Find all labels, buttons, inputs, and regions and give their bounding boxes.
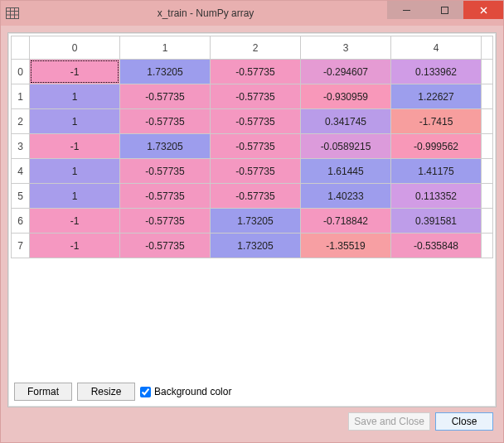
window-title: x_train - NumPy array xyxy=(24,7,387,19)
row-spacer xyxy=(482,60,493,84)
close-button[interactable] xyxy=(463,1,503,19)
array-cell[interactable]: 1 xyxy=(30,184,120,209)
resize-button[interactable]: Resize xyxy=(77,383,135,401)
array-grid-wrap: 01234 0-11.73205-0.57735-0.2946070.13396… xyxy=(11,36,493,378)
array-cell[interactable]: -1 xyxy=(30,209,120,234)
array-toolbar: Format Resize Background color xyxy=(11,378,493,404)
array-cell[interactable]: -0.57735 xyxy=(211,84,301,109)
row-spacer xyxy=(482,234,493,258)
col-header[interactable]: 3 xyxy=(301,36,391,60)
window-controls xyxy=(387,1,503,26)
array-cell[interactable]: -0.57735 xyxy=(211,60,301,84)
array-cell[interactable]: 1 xyxy=(30,159,120,184)
array-cell[interactable]: 1.73205 xyxy=(120,60,211,84)
titlebar[interactable]: x_train - NumPy array xyxy=(1,1,503,26)
row-spacer xyxy=(482,184,493,209)
array-cell[interactable]: -0.57735 xyxy=(211,109,301,134)
col-header[interactable]: 0 xyxy=(30,36,120,60)
array-table[interactable]: 01234 0-11.73205-0.57735-0.2946070.13396… xyxy=(11,36,493,258)
array-cell[interactable]: -1 xyxy=(30,134,120,159)
maximize-button[interactable] xyxy=(425,1,463,19)
array-cell[interactable]: -1.7415 xyxy=(391,109,482,134)
svg-rect-0 xyxy=(7,8,19,19)
background-color-label: Background color xyxy=(154,386,231,397)
array-cell[interactable]: 1.73205 xyxy=(211,209,301,234)
row-header[interactable]: 5 xyxy=(12,184,30,209)
table-row: 11-0.57735-0.57735-0.9309591.22627 xyxy=(12,84,493,109)
table-row: 7-1-0.577351.73205-1.35519-0.535848 xyxy=(12,234,493,258)
array-cell[interactable]: -0.57735 xyxy=(211,159,301,184)
array-cell[interactable]: -0.57735 xyxy=(120,184,211,209)
row-spacer xyxy=(482,209,493,234)
row-header[interactable]: 0 xyxy=(12,60,30,84)
array-cell[interactable]: 1.40233 xyxy=(301,184,391,209)
row-spacer xyxy=(482,159,493,184)
row-spacer xyxy=(482,84,493,109)
window-body: 01234 0-11.73205-0.57735-0.2946070.13396… xyxy=(1,26,503,442)
save-and-close-button[interactable]: Save and Close xyxy=(348,412,430,431)
minimize-button[interactable] xyxy=(387,1,425,19)
row-spacer xyxy=(482,109,493,134)
background-color-checkbox-input[interactable] xyxy=(140,387,151,397)
array-cell[interactable]: 1 xyxy=(30,84,120,109)
table-row: 3-11.73205-0.57735-0.0589215-0.999562 xyxy=(12,134,493,159)
table-row: 51-0.57735-0.577351.402330.113352 xyxy=(12,184,493,209)
col-header-spacer xyxy=(482,36,493,60)
dialog-footer: Save and Close Close xyxy=(7,407,497,436)
array-cell[interactable]: -1.35519 xyxy=(301,234,391,258)
array-cell[interactable]: -1 xyxy=(30,60,120,84)
row-header[interactable]: 1 xyxy=(12,84,30,109)
array-cell[interactable]: 1.73205 xyxy=(211,234,301,258)
background-color-checkbox[interactable]: Background color xyxy=(140,386,231,397)
col-header[interactable]: 2 xyxy=(211,36,301,60)
row-header[interactable]: 4 xyxy=(12,159,30,184)
array-cell[interactable]: -1 xyxy=(30,234,120,258)
array-cell[interactable]: -0.57735 xyxy=(120,84,211,109)
array-cell[interactable]: -0.535848 xyxy=(391,234,482,258)
array-cell[interactable]: -0.57735 xyxy=(211,184,301,209)
svg-rect-6 xyxy=(441,7,448,13)
array-cell[interactable]: -0.57735 xyxy=(120,234,211,258)
corner-header xyxy=(12,36,30,60)
array-cell[interactable]: -0.718842 xyxy=(301,209,391,234)
format-button[interactable]: Format xyxy=(14,383,72,401)
array-cell[interactable]: 0.113352 xyxy=(391,184,482,209)
array-cell[interactable]: -0.57735 xyxy=(120,209,211,234)
row-spacer xyxy=(482,134,493,159)
array-cell[interactable]: 1 xyxy=(30,109,120,134)
col-header[interactable]: 1 xyxy=(120,36,211,60)
array-cell[interactable]: 1.41175 xyxy=(391,159,482,184)
array-cell[interactable]: 1.73205 xyxy=(120,134,211,159)
array-cell[interactable]: 0.133962 xyxy=(391,60,482,84)
array-cell[interactable]: -0.999562 xyxy=(391,134,482,159)
table-row: 0-11.73205-0.57735-0.2946070.133962 xyxy=(12,60,493,84)
row-header[interactable]: 7 xyxy=(12,234,30,258)
table-row: 6-1-0.577351.73205-0.7188420.391581 xyxy=(12,209,493,234)
table-row: 41-0.57735-0.577351.614451.41175 xyxy=(12,159,493,184)
array-cell[interactable]: -0.57735 xyxy=(120,109,211,134)
array-cell[interactable]: 1.61445 xyxy=(301,159,391,184)
row-header[interactable]: 6 xyxy=(12,209,30,234)
row-header[interactable]: 2 xyxy=(12,109,30,134)
array-cell[interactable]: 1.22627 xyxy=(391,84,482,109)
array-cell[interactable]: -0.57735 xyxy=(120,159,211,184)
array-panel: 01234 0-11.73205-0.57735-0.2946070.13396… xyxy=(7,32,497,407)
array-cell[interactable]: -0.294607 xyxy=(301,60,391,84)
array-cell[interactable]: 0.341745 xyxy=(301,109,391,134)
array-cell[interactable]: 0.391581 xyxy=(391,209,482,234)
close-dialog-button[interactable]: Close xyxy=(435,412,493,431)
array-cell[interactable]: -0.0589215 xyxy=(301,134,391,159)
table-row: 21-0.57735-0.577350.341745-1.7415 xyxy=(12,109,493,134)
window-frame: x_train - NumPy array 01234 xyxy=(0,0,504,443)
array-cell[interactable]: -0.930959 xyxy=(301,84,391,109)
col-header[interactable]: 4 xyxy=(391,36,482,60)
array-cell[interactable]: -0.57735 xyxy=(211,134,301,159)
grid-icon xyxy=(6,7,19,19)
row-header[interactable]: 3 xyxy=(12,134,30,159)
